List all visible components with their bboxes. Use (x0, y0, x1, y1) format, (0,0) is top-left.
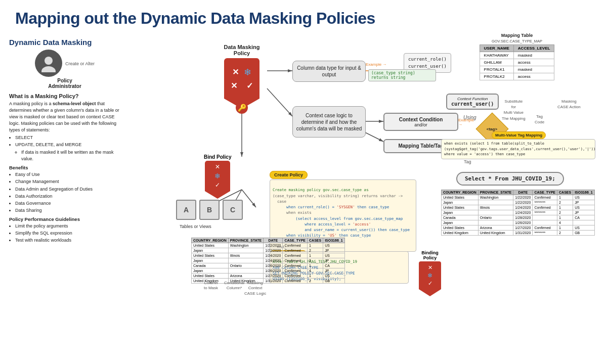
context-case-logic-box: Context case logic to determine if and h… (292, 106, 366, 138)
mapping-table-subtitle: GOV.SEC.CASE_TYPE_MAP (441, 39, 593, 43)
svg-line-9 (363, 131, 383, 142)
when-exists-code: when exists (select 1 from table(split_t… (441, 139, 595, 159)
page-title: Mapping out the Dynamic Data Masking Pol… (0, 0, 607, 33)
select-query-box: Select * From JHU_COVID_19; (456, 172, 564, 186)
table-c: C (223, 200, 243, 220)
svg-line-6 (267, 88, 292, 116)
admin-avatar (35, 50, 62, 77)
policy-title: Data MaskingPolicy (222, 44, 262, 56)
mapping-table: USER_NAME ACCESS_LEVEL KHATHAWAYmasked G… (480, 44, 555, 80)
data-masking-policy-icon: Data MaskingPolicy ✕ ❄ ✕ ✓ 🔑 (222, 43, 262, 109)
what-is-text: A masking policy is a schema-level objec… (9, 101, 120, 162)
multi-value-tag-mapping-btn: Multi-Value Tag Mapping (492, 131, 546, 139)
table-b: B (199, 200, 220, 220)
conditional-column-label: ConditionalColumn* (224, 281, 244, 291)
table-a: A (176, 200, 196, 220)
mapping-table-title: Mapping Table (441, 33, 593, 38)
create-policy-btn[interactable]: Create Policy (270, 171, 308, 179)
masking-case-action-label: MaskingCASE Action (557, 99, 581, 110)
ddm-title: Dynamic Data Masking (9, 38, 120, 47)
create-or-alter-label: Create or Alter (65, 61, 95, 66)
svg-point-1 (41, 66, 56, 72)
column-data-type-box: Column data type for input & output (292, 61, 366, 82)
svg-line-13 (242, 190, 256, 207)
what-is-header: What is a Masking Policy? (9, 93, 120, 99)
example-string-box: (case_type string) returns string (368, 69, 436, 81)
bind-policy-icon: Bind Policy ✕ ❄ ✓ (204, 154, 231, 199)
tables-or-views-label: Tables or Views (180, 224, 211, 229)
right-panel: Mapping Table GOV.SEC.CASE_TYPE_MAP USER… (441, 33, 598, 351)
benefits-list: Easy of Use Change Management Data Admin… (9, 171, 120, 213)
substitute-label: SubstituteforMulti ValueThe Mapping (502, 99, 526, 121)
masking-context-label: MaskingContextCASE Logic (244, 281, 266, 296)
context-function-box: Context Function current_user() (446, 94, 499, 110)
tag-code-label: TagCode (535, 114, 544, 125)
input-data-table: COUNTRY_REGION PROVINCE_STATE DATE CASE_… (191, 238, 345, 284)
admin-label: PolicyAdministrator (48, 78, 81, 89)
middle-panel: Data MaskingPolicy ✕ ❄ ✕ ✓ 🔑 (125, 33, 436, 351)
example-label-1: Example → (366, 62, 386, 67)
admin-figure: Create or Alter PolicyAdministrator (9, 50, 120, 89)
guidelines-list: Limit the policy arguments Simplify the … (9, 223, 120, 244)
column-to-mask-label: Columnto Mask (204, 281, 218, 291)
binding-policy-icon: Binding Policy ✕ ❄ ✓ (419, 250, 441, 296)
mapping-table-section: Mapping Table GOV.SEC.CASE_TYPE_MAP USER… (441, 33, 593, 80)
left-panel: Dynamic Data Masking Create or Alter Pol… (9, 33, 120, 351)
tables-row: A B C (176, 200, 243, 220)
guidelines-header: Policy Performance Guidelines (9, 216, 120, 222)
right-data-table: COUNTRY_REGION PROVINCE_STATE DATE CASE_… (441, 190, 595, 236)
benefits-header: Benefits (9, 165, 120, 170)
svg-point-0 (45, 57, 53, 65)
